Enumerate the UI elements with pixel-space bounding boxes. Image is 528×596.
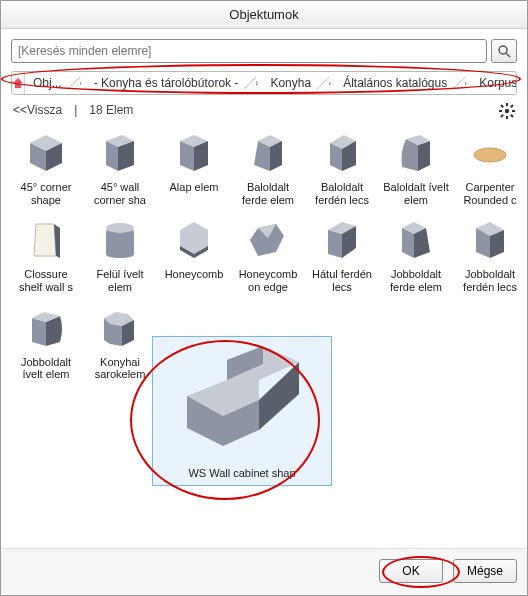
breadcrumb-seg-3[interactable]: Általános katalógus bbox=[335, 72, 459, 94]
thumbnail-icon bbox=[94, 214, 146, 266]
selection-caption: WS Wall cabinet shap bbox=[153, 465, 331, 481]
search-button[interactable] bbox=[491, 39, 517, 63]
thumbnail-icon bbox=[390, 127, 442, 179]
meta-row: <<Vissza | 18 Elem bbox=[13, 103, 517, 117]
svg-marker-50 bbox=[110, 324, 122, 346]
svg-marker-29 bbox=[34, 224, 56, 256]
item-label: Konyhai sarokelem bbox=[87, 356, 153, 381]
home-icon bbox=[12, 77, 24, 89]
grid-item[interactable]: 45° wall corner sha bbox=[85, 125, 155, 208]
grid-item[interactable]: Honeycomb bbox=[159, 212, 229, 295]
svg-line-10 bbox=[511, 105, 513, 107]
thumbnail-icon bbox=[168, 127, 220, 179]
search-input[interactable] bbox=[11, 39, 487, 63]
thumbnail-icon bbox=[94, 127, 146, 179]
item-label: 45° wall corner sha bbox=[87, 181, 153, 206]
item-count: 18 Elem bbox=[89, 103, 133, 117]
breadcrumb-seg-4[interactable]: Korpusz formák bbox=[471, 72, 517, 94]
dialog-window: Objektumok Obj... › - Konyha és tárolóbú… bbox=[0, 0, 528, 596]
grid-item[interactable]: Baloldalt ferdén lecs bbox=[307, 125, 377, 208]
item-label: Felül ívelt elem bbox=[87, 268, 153, 293]
svg-point-2 bbox=[505, 109, 509, 113]
svg-point-31 bbox=[106, 223, 134, 233]
svg-marker-26 bbox=[418, 141, 430, 171]
thumbnail-icon bbox=[390, 214, 442, 266]
item-label: Jobboldalt ferde elem bbox=[383, 268, 449, 293]
item-label: Jobboldalt ívelt elem bbox=[13, 356, 79, 381]
thumbnail-icon bbox=[168, 214, 220, 266]
ok-button[interactable]: OK bbox=[379, 559, 443, 583]
search-icon bbox=[497, 44, 511, 58]
thumbnail-icon bbox=[464, 127, 516, 179]
grid-item[interactable]: Baloldalt ívelt elem bbox=[381, 125, 451, 208]
item-label: Jobboldalt ferdén lecs bbox=[457, 268, 523, 293]
grid-item[interactable]: Jobboldalt ferdén lecs bbox=[455, 212, 525, 295]
svg-point-0 bbox=[499, 46, 507, 54]
grid-item[interactable]: Felül ívelt elem bbox=[85, 212, 155, 295]
grid-item[interactable]: Jobboldalt ferde elem bbox=[381, 212, 451, 295]
settings-button[interactable] bbox=[499, 103, 515, 119]
svg-line-9 bbox=[501, 115, 503, 117]
grid-item[interactable]: 45° corner shape bbox=[11, 125, 81, 208]
item-label: Honeycomb on edge bbox=[235, 268, 301, 293]
svg-point-28 bbox=[474, 148, 506, 162]
breadcrumb-label: - Konyha és tárolóbútorok - bbox=[94, 76, 239, 90]
item-label: Hátul ferdén lecs bbox=[309, 268, 375, 293]
gear-icon bbox=[499, 103, 515, 119]
breadcrumb-seg-1[interactable]: - Konyha és tárolóbútorok - bbox=[86, 72, 251, 94]
button-bar: OK Mégse bbox=[1, 548, 527, 595]
breadcrumb-label: Konyha bbox=[270, 76, 311, 90]
thumbnail-icon bbox=[20, 214, 72, 266]
breadcrumb-label: Obj... bbox=[33, 76, 62, 90]
search-row bbox=[11, 39, 517, 63]
selection-preview[interactable]: WS Wall cabinet shap bbox=[152, 336, 332, 486]
dialog-content: Obj... › - Konyha és tárolóbútorok - › K… bbox=[1, 29, 527, 548]
item-label: Carpenter Rounded c bbox=[457, 181, 523, 206]
divider: | bbox=[74, 103, 77, 117]
item-label: 45° corner shape bbox=[13, 181, 79, 206]
grid-item[interactable]: Carpenter Rounded c bbox=[455, 125, 525, 208]
thumbnail-icon bbox=[94, 302, 146, 354]
breadcrumb: Obj... › - Konyha és tárolóbútorok - › K… bbox=[11, 71, 517, 95]
cancel-button[interactable]: Mégse bbox=[453, 559, 517, 583]
title-bar: Objektumok bbox=[1, 1, 527, 29]
thumbnail-icon bbox=[242, 214, 294, 266]
thumbnail-icon bbox=[316, 127, 368, 179]
selection-thumbnail-icon bbox=[153, 337, 331, 465]
item-label: Baloldalt ferdén lecs bbox=[309, 181, 375, 206]
breadcrumb-label: Általános katalógus bbox=[343, 76, 447, 90]
breadcrumb-seg-0[interactable]: Obj... bbox=[25, 72, 74, 94]
grid-item[interactable]: Jobboldalt ívelt elem bbox=[11, 300, 81, 383]
thumbnail-icon bbox=[20, 127, 72, 179]
window-title: Objektumok bbox=[229, 7, 298, 22]
breadcrumb-label: Korpusz formák bbox=[479, 76, 517, 90]
grid-item[interactable]: Baloldalt ferde elem bbox=[233, 125, 303, 208]
thumbnail-icon bbox=[464, 214, 516, 266]
item-label: Honeycomb bbox=[161, 268, 227, 281]
back-link[interactable]: <<Vissza bbox=[13, 103, 62, 117]
grid-item[interactable]: Alap elem bbox=[159, 125, 229, 208]
thumbnail-icon bbox=[242, 127, 294, 179]
grid-item[interactable]: Konyhai sarokelem bbox=[85, 300, 155, 383]
item-label: Alap elem bbox=[161, 181, 227, 194]
grid-item[interactable]: Honeycomb on edge bbox=[233, 212, 303, 295]
item-label: Clossure shelf wall s bbox=[13, 268, 79, 293]
svg-line-8 bbox=[511, 115, 513, 117]
item-label: Baloldalt ívelt elem bbox=[383, 181, 449, 206]
thumbnail-icon bbox=[316, 214, 368, 266]
thumbnail-icon bbox=[20, 302, 72, 354]
svg-marker-45 bbox=[32, 318, 46, 346]
item-label: Baloldalt ferde elem bbox=[235, 181, 301, 206]
grid-item[interactable]: Clossure shelf wall s bbox=[11, 212, 81, 295]
svg-line-1 bbox=[506, 53, 510, 57]
svg-marker-37 bbox=[328, 230, 342, 258]
breadcrumb-seg-2[interactable]: Konyha bbox=[262, 72, 323, 94]
grid-item[interactable]: Hátul ferdén lecs bbox=[307, 212, 377, 295]
breadcrumb-home[interactable] bbox=[12, 72, 25, 94]
svg-line-7 bbox=[501, 105, 503, 107]
